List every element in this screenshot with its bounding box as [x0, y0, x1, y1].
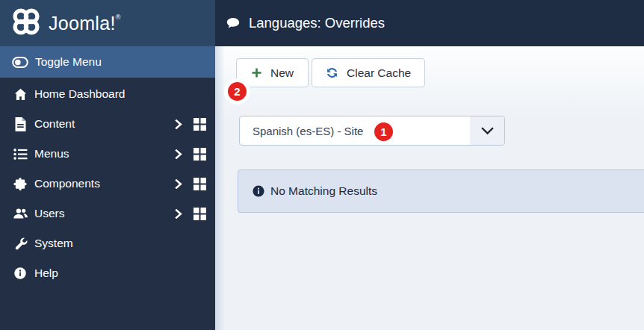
annotation-marker-2: 2 — [228, 82, 247, 101]
sidebar-header: Joomla!® — [0, 0, 215, 46]
language-select-value: Spanish (es-ES) - Site — [240, 125, 363, 137]
info-icon — [253, 185, 264, 197]
sidebar-item-components[interactable]: Components — [0, 169, 215, 199]
trademark: ® — [116, 13, 121, 21]
grid-icon[interactable] — [193, 178, 206, 190]
sidebar-item-label: Help — [34, 267, 206, 280]
topbar: Languages: Overrides — [215, 0, 644, 46]
sidebar-item-label: Users — [34, 207, 174, 220]
sidebar-item-label: Content — [34, 117, 174, 131]
chevron-right-icon — [174, 119, 182, 130]
sidebar-item-users[interactable]: Users — [0, 199, 215, 228]
chevron-right-icon — [174, 208, 182, 220]
sidebar-item-label: Components — [34, 177, 174, 190]
content-icon — [12, 117, 28, 131]
alert-message: No Matching Results — [270, 184, 377, 198]
system-icon — [12, 237, 28, 251]
sync-icon — [326, 66, 338, 79]
grid-icon[interactable] — [193, 118, 206, 131]
chevron-right-icon — [174, 149, 182, 160]
grid-icon[interactable] — [193, 208, 206, 220]
annotation-marker-1: 1 — [374, 122, 393, 141]
help-icon — [12, 267, 28, 280]
language-select[interactable]: Spanish (es-ES) - Site — [239, 116, 505, 146]
sidebar-item-menus[interactable]: Menus — [0, 139, 215, 169]
sidebar-toggle-menu[interactable]: Toggle Menu — [0, 46, 215, 78]
no-results-alert: No Matching Results — [238, 169, 644, 213]
new-button[interactable]: New — [236, 58, 309, 87]
content-area: New Clear Cache Spanish (es-ES) - Site N… — [215, 46, 644, 330]
comment-icon — [226, 16, 241, 31]
new-button-label: New — [270, 66, 294, 80]
sidebar: Joomla!® Toggle Menu Home Dashboard — [0, 0, 215, 330]
sidebar-item-label: Menus — [34, 147, 174, 161]
toggle-icon — [12, 56, 28, 69]
sidebar-item-content[interactable]: Content — [0, 109, 215, 139]
chevron-right-icon — [174, 178, 182, 190]
sidebar-item-help[interactable]: Help — [0, 258, 215, 288]
sidebar-item-system[interactable]: System — [0, 228, 215, 258]
clear-cache-button-label: Clear Cache — [347, 66, 411, 80]
joomla-logo-icon — [12, 7, 40, 39]
sidebar-item-label: Home Dashboard — [34, 87, 206, 101]
chevron-down-icon — [470, 116, 504, 145]
sidebar-item-label: Toggle Menu — [35, 55, 215, 69]
sidebar-menu: Home Dashboard Content — [0, 79, 215, 288]
clear-cache-button[interactable]: Clear Cache — [312, 58, 425, 87]
home-icon — [12, 87, 28, 102]
menus-icon — [12, 148, 28, 161]
brand-name: Joomla!® — [49, 13, 121, 34]
page-title: Languages: Overrides — [249, 15, 385, 31]
plus-icon — [251, 67, 262, 78]
users-icon — [12, 208, 28, 220]
components-icon — [12, 176, 28, 191]
sidebar-item-home-dashboard[interactable]: Home Dashboard — [0, 79, 215, 109]
sidebar-item-label: System — [34, 237, 206, 250]
grid-icon[interactable] — [193, 148, 206, 161]
